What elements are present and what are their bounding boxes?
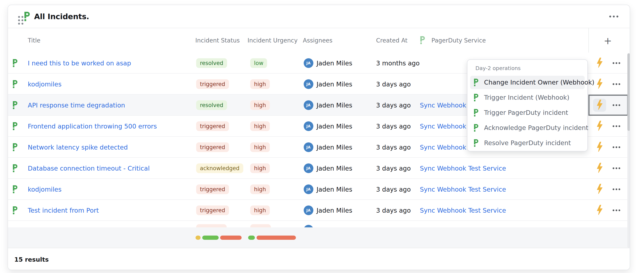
row-menu-button[interactable]: [610, 116, 622, 137]
bolt-icon: [596, 79, 603, 90]
table-row: Test incident from PorttriggeredhighJAJa…: [8, 200, 630, 221]
pagerduty-icon: [474, 124, 479, 133]
menu-item[interactable]: Acknowledge PagerDuty incident: [468, 120, 588, 135]
ellipsis-icon: [613, 167, 620, 169]
incident-title-link[interactable]: I need this to be worked on asap: [28, 53, 131, 74]
assignee-name: Jaden Miles: [316, 137, 352, 158]
assignee-name: Jaden Miles: [316, 116, 352, 137]
created-at: 3 days ago: [376, 158, 411, 179]
urgency-badge: high: [250, 142, 270, 152]
urgency-cell: high: [250, 158, 270, 179]
scrollbar-thumb[interactable]: [627, 53, 630, 131]
avatar-initials: JA: [304, 58, 313, 68]
menu-item-label: Resolve PagerDuty incident: [484, 139, 571, 147]
menu-item[interactable]: Trigger Incident (Webhook): [468, 90, 588, 105]
incident-title-link[interactable]: Frontend application throwing 500 errors: [28, 116, 157, 137]
run-action-button[interactable]: [594, 74, 606, 95]
ellipsis-icon: [613, 62, 620, 64]
pagerduty-icon: [13, 158, 18, 179]
drag-handle-icon[interactable]: [18, 16, 23, 25]
urgency-badge: high: [250, 79, 270, 89]
status-cell: resolved: [196, 95, 227, 116]
urgency-badge: low: [250, 58, 267, 68]
ellipsis-icon: [609, 15, 618, 17]
assignee-name: Jaden Miles: [316, 200, 352, 221]
summary-pill: [196, 236, 200, 240]
ellipsis-icon: [613, 146, 620, 148]
run-action-button[interactable]: [594, 116, 606, 137]
run-action-button[interactable]: [594, 95, 606, 116]
widget-title: All Incidents.: [34, 12, 89, 21]
column-header-assignees: Assignees: [303, 37, 332, 44]
incident-title-link[interactable]: Network latency spike detected: [28, 137, 128, 158]
status-cell: triggered: [196, 137, 229, 158]
incident-title-link[interactable]: API response time degradation: [28, 95, 125, 116]
incident-title-link[interactable]: Test incident from Port: [28, 200, 99, 221]
menu-item-label: Acknowledge PagerDuty incident: [484, 124, 588, 131]
status-badge: triggered: [196, 142, 229, 152]
service-link[interactable]: Sync Webhook Test Service: [420, 200, 506, 221]
service-link[interactable]: Sync Webhook Test Service: [420, 158, 506, 179]
urgency-cell: low: [250, 53, 267, 74]
row-menu-button[interactable]: [610, 200, 622, 221]
menu-item[interactable]: Resolve PagerDuty incident: [468, 135, 588, 151]
run-action-button[interactable]: [594, 179, 606, 200]
created-at: 3 days ago: [376, 116, 411, 137]
urgency-cell: high: [250, 116, 270, 137]
avatar-initials: JA: [304, 163, 313, 173]
pagerduty-icon: [474, 94, 479, 102]
assignee-avatar: JA: [304, 158, 313, 179]
widget-menu-button[interactable]: [605, 10, 622, 23]
urgency-cell: high: [250, 74, 270, 95]
incident-title-link[interactable]: kodjomiles: [28, 74, 62, 95]
status-cell: triggered: [196, 116, 229, 137]
created-at: 3 days ago: [376, 179, 411, 200]
run-action-button[interactable]: [594, 137, 606, 158]
urgency-badge: high: [250, 121, 270, 131]
pagerduty-icon: [13, 137, 18, 158]
urgency-badge: high: [250, 163, 270, 173]
incidents-widget-card: All Incidents. Title Incident Status Inc…: [8, 5, 630, 270]
assignee-avatar: JA: [304, 95, 313, 116]
summary-pill: [220, 236, 242, 240]
avatar-initials: JA: [304, 142, 313, 152]
bolt-icon: [596, 58, 603, 69]
status-cell: triggered: [196, 74, 229, 95]
table-row: Database connection timeout - Criticalac…: [8, 158, 630, 179]
add-column-button[interactable]: +: [601, 34, 614, 47]
widget-title-bar: All Incidents.: [8, 5, 630, 28]
urgency-badge: high: [250, 206, 270, 215]
row-menu-button[interactable]: [610, 158, 622, 179]
column-header-urgency: Incident Urgency: [248, 37, 298, 44]
menu-item[interactable]: Trigger PagerDuty incident: [468, 105, 588, 120]
table-header: Title Incident Status Incident Urgency A…: [8, 28, 630, 53]
summary-pill: [202, 236, 219, 240]
urgency-cell: high: [250, 95, 270, 116]
row-menu-button[interactable]: [610, 137, 622, 158]
assignee-avatar: JA: [304, 116, 313, 137]
incident-title-link[interactable]: kodjomiles: [28, 179, 62, 200]
row-menu-button[interactable]: [610, 74, 622, 95]
bolt-icon: [596, 100, 603, 111]
menu-item-label: Trigger Incident (Webhook): [484, 94, 569, 101]
pagerduty-icon: [13, 74, 18, 95]
run-action-button[interactable]: [594, 158, 606, 179]
row-menu-button[interactable]: [610, 95, 622, 116]
pagerduty-icon: [13, 116, 18, 137]
pagerduty-icon: [13, 179, 18, 200]
row-menu-button[interactable]: [610, 53, 622, 74]
assignee-avatar: [304, 225, 313, 227]
row-menu-button[interactable]: [610, 179, 622, 200]
summary-bar: [8, 227, 630, 248]
run-action-button[interactable]: [594, 200, 606, 221]
context-menu: Day-2 operations Change Incident Owner (…: [467, 59, 588, 151]
status-badge: triggered: [196, 184, 229, 194]
status-cell: acknowledged: [196, 158, 243, 179]
created-at: 3 days ago: [376, 74, 411, 95]
service-link[interactable]: Sync Webhook Test Service: [420, 179, 506, 200]
assignee-avatar: JA: [304, 53, 313, 74]
status-badge: resolved: [196, 58, 227, 68]
run-action-button[interactable]: [594, 53, 606, 74]
menu-item[interactable]: Change Incident Owner (Webhook): [468, 75, 588, 90]
incident-title-link[interactable]: Database connection timeout - Critical: [28, 158, 150, 179]
